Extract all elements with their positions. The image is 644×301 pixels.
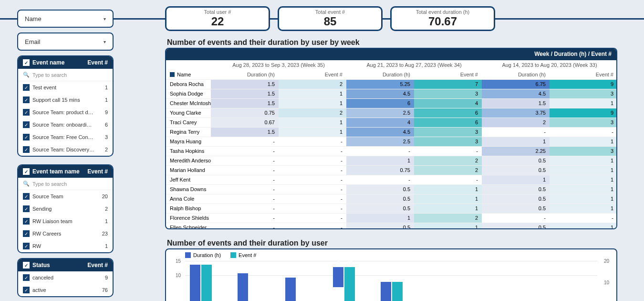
checkbox-all-icon[interactable]: ✓ (23, 168, 30, 175)
filter-header: ✓Event name Event # (18, 56, 113, 69)
filter-row[interactable]: ✓Source Team: Discovery…2 (18, 143, 113, 156)
event-header: Event # (550, 70, 617, 79)
filter-label: Source Team: product d… (32, 109, 93, 115)
checkbox-icon[interactable]: ✓ (23, 287, 30, 293)
data-cell: - (279, 146, 346, 156)
table-top-header: Week / Duration (h) / Event # (166, 49, 616, 60)
week-header: Aug 28, 2023 to Sep 3, 2023 (Week 35) (211, 60, 346, 70)
filter-row[interactable]: ✓Support call 15 mins1 (18, 94, 113, 106)
data-cell: 3 (550, 118, 617, 127)
row-name: Debora Rocha (166, 79, 211, 89)
data-cell: 0.5 (346, 204, 414, 213)
data-cell: - (346, 175, 414, 184)
data-cell: - (211, 223, 279, 229)
email-dropdown-label: Email (25, 38, 41, 45)
data-cell: 0.5 (482, 165, 550, 175)
data-cell: 4.5 (482, 89, 550, 98)
bar-event: 10 (392, 282, 403, 301)
checkbox-all-icon[interactable]: ✓ (23, 59, 30, 66)
data-cell: 0.75 (211, 108, 279, 118)
data-cell: 6.75 (482, 79, 550, 89)
filter-count: 1 (105, 218, 108, 224)
email-dropdown[interactable]: Email ▾ (17, 32, 114, 51)
filter-header: ✓Status Event # (18, 259, 113, 271)
data-cell: 3.75 (482, 108, 550, 118)
filter-count: 1 (105, 85, 108, 90)
data-cell: 4 (346, 118, 414, 127)
filter-count: 20 (102, 194, 108, 199)
row-name: Sophia Dodge (166, 89, 211, 98)
filter-label: canceled (32, 275, 53, 280)
data-cell: 0.5 (346, 194, 414, 204)
filter-label: active (32, 287, 46, 293)
filter-row[interactable]: ✓active76 (18, 284, 113, 296)
data-cell: 1 (550, 137, 617, 146)
filter-search[interactable]: 🔍 Type to search (18, 69, 113, 81)
legend-event: Event # (230, 252, 256, 258)
filter-row[interactable]: ✓Test event1 (18, 81, 113, 94)
data-cell: 0.5 (346, 184, 414, 194)
checkbox-icon[interactable]: ✓ (23, 121, 30, 128)
filter-row[interactable]: ✓RW Liaison team1 (18, 215, 113, 227)
filter-row[interactable]: ✓canceled9 (18, 271, 113, 284)
checkbox-icon[interactable]: ✓ (23, 193, 30, 200)
search-icon: 🔍 (23, 181, 30, 187)
filter-row[interactable]: ✓Source Team: Free Cons…3 (18, 131, 113, 143)
checkbox-icon[interactable]: ✓ (23, 84, 30, 91)
data-cell: 5.25 (346, 79, 414, 89)
data-cell: 2.25 (482, 146, 550, 156)
checkbox-icon[interactable]: ✓ (23, 97, 30, 103)
filter-event-name: ✓Event name Event # 🔍 Type to search ✓Te… (17, 55, 114, 157)
week-header: Aug 21, 2023 to Aug 27, 2023 (Week 34) (346, 60, 482, 70)
bar-duration: 6.67 (381, 282, 391, 301)
data-cell: 1 (279, 89, 346, 98)
checkbox-icon[interactable]: ✓ (23, 109, 30, 116)
data-cell: 1 (346, 156, 414, 165)
row-name: Ellen Schneider (166, 223, 211, 229)
filter-label: Source Team: Free Cons… (32, 134, 94, 140)
filter-row[interactable]: ✓RW1 (18, 240, 113, 252)
data-cell: 0.75 (346, 165, 414, 175)
name-dropdown[interactable]: Name ▾ (17, 10, 114, 28)
filter-count: 9 (105, 275, 108, 280)
checkbox-icon[interactable]: ✓ (23, 146, 30, 153)
data-cell: - (279, 204, 346, 213)
legend-duration: Duration (h) (185, 252, 221, 258)
kpi-total-event: Total event # 85 (278, 6, 383, 31)
data-cell: - (211, 204, 279, 213)
data-cell: 2 (414, 156, 482, 165)
data-cell: - (414, 175, 482, 184)
data-cell: 1 (482, 175, 550, 184)
data-cell: 1 (414, 204, 482, 213)
data-cell: 1 (550, 184, 617, 194)
row-name: Chester McIntosh (166, 98, 211, 108)
data-cell: 7 (414, 79, 482, 89)
chevron-down-icon: ▾ (104, 39, 106, 44)
filter-row[interactable]: ✓Source Team: product d…9 (18, 106, 113, 118)
filter-row[interactable]: ✓RW Careers23 (18, 227, 113, 240)
checkbox-icon[interactable]: ✓ (23, 205, 30, 212)
filter-label: Source Team (32, 194, 63, 199)
data-cell: 1 (279, 127, 346, 137)
data-cell: 4.5 (346, 89, 414, 98)
data-cell: 0.5 (482, 204, 550, 213)
filter-row[interactable]: ✓Source Team20 (18, 190, 113, 203)
filter-row[interactable]: ✓Source Team: onboardi…6 (18, 118, 113, 131)
filter-label: RW (32, 243, 41, 249)
event-header: Event # (414, 70, 482, 79)
checkbox-icon[interactable]: ✓ (23, 134, 30, 140)
filter-row[interactable]: ✓Sending2 (18, 203, 113, 215)
checkbox-icon[interactable]: ✓ (23, 274, 30, 281)
bar-event: 18 (201, 265, 212, 301)
filter-search[interactable]: 🔍 Type to search (18, 178, 113, 190)
row-name: Shawna Downs (166, 184, 211, 194)
row-name: Marian Holland (166, 165, 211, 175)
data-cell: - (211, 184, 279, 194)
checkbox-icon[interactable]: ✓ (23, 218, 30, 225)
kpi-label: Total event # (315, 9, 345, 15)
row-name: Regina Terry (166, 127, 211, 137)
checkbox-icon[interactable]: ✓ (23, 230, 30, 237)
checkbox-all-icon[interactable]: ✓ (23, 262, 30, 269)
data-cell: 3 (414, 137, 482, 146)
checkbox-icon[interactable]: ✓ (23, 243, 30, 249)
